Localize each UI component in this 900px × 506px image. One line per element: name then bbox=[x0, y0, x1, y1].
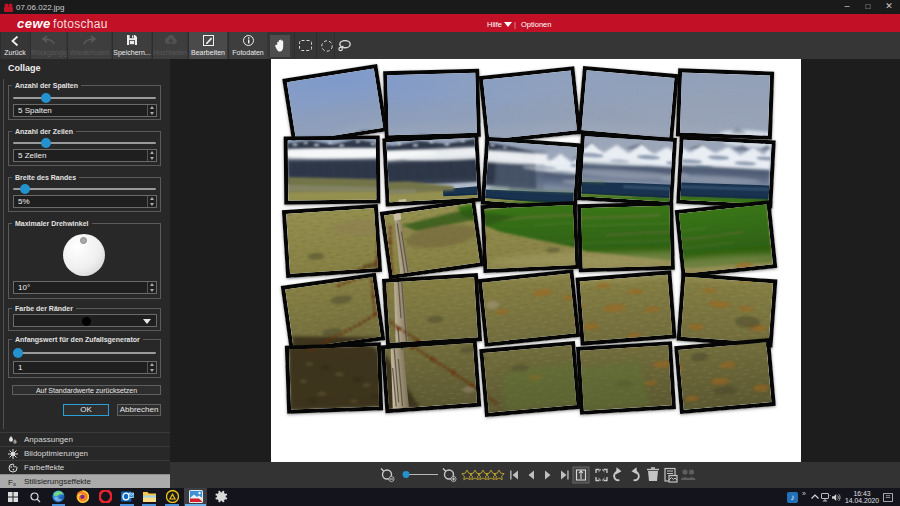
svg-text:x: x bbox=[13, 481, 16, 487]
